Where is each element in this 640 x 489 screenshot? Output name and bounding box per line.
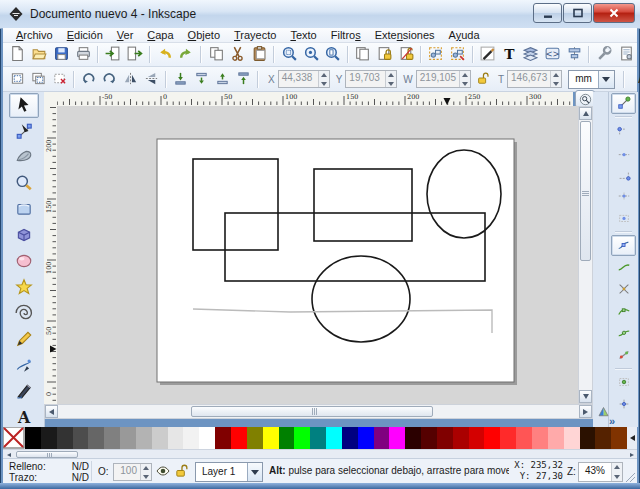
select-all-button[interactable] (7, 69, 28, 90)
palette-scroll-thumb[interactable] (16, 451, 78, 458)
ungroup-button[interactable] (447, 43, 469, 66)
layer-selector[interactable]: Layer 1 (195, 462, 263, 482)
palette-swatch[interactable] (104, 427, 120, 449)
scroll-left-arrow[interactable] (45, 405, 58, 418)
snap-to-paths-button[interactable] (611, 257, 636, 278)
snap-bbox-edges-button[interactable] (611, 142, 636, 163)
palette-swatch[interactable] (231, 427, 247, 449)
import-button[interactable] (102, 43, 124, 66)
palette-scroll-left-arrow[interactable] (627, 427, 637, 449)
minimize-button[interactable] (533, 3, 562, 23)
palette-swatch[interactable] (41, 427, 57, 449)
vertical-scroll-thumb[interactable] (580, 121, 591, 261)
pen-tool-button[interactable] (9, 353, 39, 378)
deselect-button[interactable] (49, 69, 70, 90)
palette-swatch[interactable] (279, 427, 295, 449)
palette-swatch[interactable] (136, 427, 152, 449)
group-button[interactable] (425, 43, 447, 66)
y-spinner[interactable] (385, 71, 396, 87)
export-button[interactable] (124, 43, 146, 66)
zoom-page-button[interactable] (322, 43, 344, 66)
titlebar[interactable]: Documento nuevo 4 - Inkscape (0, 0, 640, 29)
palette-swatch[interactable] (516, 427, 532, 449)
palette-swatch[interactable] (57, 427, 73, 449)
palette-swatch[interactable] (247, 427, 263, 449)
menu-capa[interactable]: Capa (140, 29, 180, 41)
select-all-layers-button[interactable] (28, 69, 49, 90)
cut-button[interactable] (227, 43, 249, 66)
3dbox-tool-button[interactable] (9, 223, 39, 248)
layers-dialog-button[interactable] (520, 43, 542, 66)
palette-swatch[interactable] (25, 427, 41, 449)
snap-cusp-nodes-button[interactable] (611, 301, 636, 322)
scroll-down-arrow[interactable] (579, 390, 592, 403)
palette-swatch[interactable] (263, 427, 279, 449)
copy-button[interactable] (205, 43, 227, 66)
menu-filtros[interactable]: Filtros (324, 29, 368, 41)
pencil-tool-button[interactable] (9, 327, 39, 352)
star-tool-button[interactable] (9, 275, 39, 300)
calligraphy-tool-button[interactable] (9, 379, 39, 404)
palette-swatch[interactable] (215, 427, 231, 449)
palette-swatch[interactable] (389, 427, 405, 449)
rotate-90-cw-button[interactable] (99, 69, 120, 90)
stroke-value[interactable]: N/D (72, 472, 89, 483)
height-field[interactable]: 146,673 (507, 70, 562, 88)
chevron-down-icon[interactable] (598, 71, 614, 88)
scroll-up-arrow[interactable] (579, 107, 592, 120)
horizontal-ruler[interactable]: -50050100150200250300 (57, 92, 573, 107)
zoom-field[interactable]: 43% (578, 462, 623, 482)
preferences-button[interactable] (593, 43, 615, 66)
duplicate-button[interactable] (352, 43, 374, 66)
palette-scroll-left[interactable] (4, 451, 13, 458)
create-clone-button[interactable] (373, 43, 395, 66)
text-dialog-button[interactable]: T (498, 43, 520, 66)
close-button[interactable] (593, 3, 635, 23)
node-tool-button[interactable] (9, 119, 39, 144)
canvas-viewport[interactable] (57, 106, 578, 404)
opacity-spinner[interactable] (140, 464, 151, 480)
palette-swatch[interactable] (532, 427, 548, 449)
menu-ver[interactable]: Ver (110, 29, 141, 41)
palette-swatch[interactable] (421, 427, 437, 449)
document-properties-button[interactable] (615, 43, 637, 66)
menu-objeto[interactable]: Objeto (181, 29, 227, 41)
chevron-down-icon[interactable] (247, 463, 262, 481)
palette-swatch[interactable] (374, 427, 390, 449)
height-spinner[interactable] (550, 71, 561, 87)
palette-swatch[interactable] (73, 427, 89, 449)
menu-texto[interactable]: Texto (283, 29, 323, 41)
palette-swatch[interactable] (310, 427, 326, 449)
snap-bbox-centers-button[interactable] (611, 208, 636, 229)
palette-swatch[interactable] (183, 427, 199, 449)
layer-lock-toggle[interactable] (174, 463, 189, 480)
snap-enable-button[interactable] (611, 93, 636, 114)
menu-ayuda[interactable]: Ayuda (442, 29, 487, 41)
toolbar-overflow-chevron[interactable]: » (609, 415, 638, 427)
flip-horizontal-button[interactable] (120, 69, 141, 90)
fill-value[interactable]: N/D (72, 461, 89, 472)
snap-bbox-corners-button[interactable] (611, 164, 636, 185)
open-document-button[interactable] (29, 43, 51, 66)
rectangle-tool-button[interactable] (9, 197, 39, 222)
horizontal-scroll-thumb[interactable] (191, 406, 433, 417)
xml-editor-button[interactable]: <> (542, 43, 564, 66)
palette-swatch[interactable] (342, 427, 358, 449)
palette-swatch[interactable] (453, 427, 469, 449)
palette-swatch[interactable] (469, 427, 485, 449)
palette-swatch[interactable] (294, 427, 310, 449)
zoom-selection-button[interactable] (278, 43, 300, 66)
palette-swatch[interactable] (564, 427, 580, 449)
palette-swatch[interactable] (548, 427, 564, 449)
horizontal-scrollbar[interactable] (44, 404, 593, 419)
palette-swatch[interactable] (88, 427, 104, 449)
lock-ratio-icon[interactable] (476, 71, 490, 87)
zoom-spinner[interactable] (611, 463, 622, 481)
scroll-right-arrow[interactable] (579, 405, 592, 418)
rotate-90-ccw-button[interactable] (78, 69, 99, 90)
palette-swatch[interactable] (437, 427, 453, 449)
lower-to-bottom-button[interactable] (170, 69, 191, 90)
unit-combo[interactable]: mm (568, 70, 615, 89)
palette-swatch[interactable] (405, 427, 421, 449)
menu-extensiones[interactable]: Extensiones (368, 29, 442, 41)
